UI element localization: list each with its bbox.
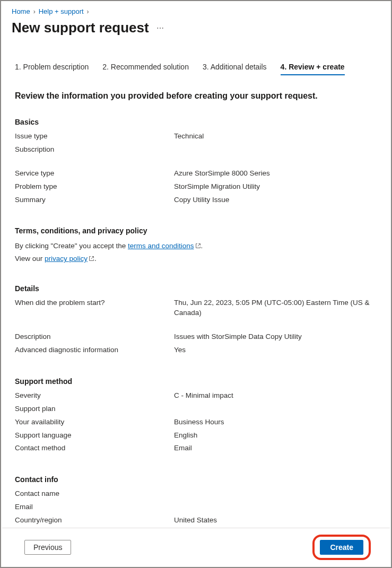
external-link-icon — [89, 254, 94, 266]
row-contact-name: Contact name — [15, 489, 377, 499]
tab-additional-details[interactable]: 3. Additional details — [203, 63, 267, 75]
row-when: When did the problem start? Thu, Jun 22,… — [15, 298, 377, 318]
more-icon[interactable]: ⋯ — [156, 24, 164, 32]
label-severity: Severity — [15, 391, 174, 401]
section-support-method-title: Support method — [15, 377, 377, 386]
create-highlight: Create — [312, 535, 371, 560]
row-contact-method: Contact method Email — [15, 443, 377, 453]
row-contact-email: Email — [15, 502, 377, 512]
value-summary: Copy Utility Issue — [174, 195, 229, 205]
label-problem-type: Problem type — [15, 182, 174, 192]
row-support-language: Support language English — [15, 431, 377, 441]
row-support-plan: Support plan — [15, 404, 377, 414]
row-issue-type: Issue type Technical — [15, 132, 377, 142]
page-header: New support request ⋯ — [1, 20, 391, 47]
section-details-title: Details — [15, 284, 377, 293]
breadcrumb: Home › Help + support › — [1, 1, 391, 20]
privacy-policy-link[interactable]: privacy policy — [45, 255, 88, 263]
label-availability: Your availability — [15, 417, 174, 427]
label-service-type: Service type — [15, 169, 174, 179]
value-availability: Business Hours — [174, 417, 224, 427]
section-terms-title: Terms, conditions, and privacy policy — [15, 226, 377, 235]
value-when: Thu, Jun 22, 2023, 5:05 PM (UTC-05:00) E… — [174, 298, 377, 318]
value-diag: Yes — [174, 345, 186, 355]
row-summary: Summary Copy Utility Issue — [15, 195, 377, 205]
label-support-plan: Support plan — [15, 404, 174, 414]
review-heading: Review the information you provided befo… — [15, 91, 377, 101]
label-contact-method: Contact method — [15, 443, 174, 453]
row-diag: Advanced diagnostic information Yes — [15, 345, 377, 355]
row-severity: Severity C - Minimal impact — [15, 391, 377, 401]
label-when: When did the problem start? — [15, 298, 174, 318]
label-issue-type: Issue type — [15, 132, 174, 142]
value-problem-type: StorSimple Migration Utility — [174, 182, 260, 192]
row-availability: Your availability Business Hours — [15, 417, 377, 427]
value-description: Issues with StorSimple Data Copy Utility — [174, 332, 302, 342]
terms-prefix-2: View our — [15, 255, 45, 263]
row-service-type: Service type Azure StorSimple 8000 Serie… — [15, 169, 377, 179]
label-diag: Advanced diagnostic information — [15, 345, 174, 355]
label-subscription: Subscription — [15, 145, 174, 155]
tab-review-create[interactable]: 4. Review + create — [281, 63, 345, 75]
value-contact-method: Email — [174, 443, 192, 453]
chevron-right-icon: › — [87, 8, 89, 15]
label-country: Country/region — [15, 515, 174, 526]
chevron-right-icon: › — [33, 8, 36, 15]
row-problem-type: Problem type StorSimple Migration Utilit… — [15, 182, 377, 192]
breadcrumb-help-support[interactable]: Help + support — [39, 7, 84, 15]
value-country: United States — [174, 515, 217, 526]
external-link-icon — [195, 241, 201, 253]
row-country: Country/region United States — [15, 515, 377, 526]
section-contact-info-title: Contact info — [15, 475, 377, 484]
label-contact-name: Contact name — [15, 489, 174, 499]
label-description: Description — [15, 332, 174, 342]
page-title: New support request — [12, 20, 149, 36]
wizard-tabs: 1. Problem description 2. Recommended so… — [15, 63, 377, 75]
label-support-language: Support language — [15, 431, 174, 441]
terms-prefix-1: By clicking "Create" you accept the — [15, 242, 128, 250]
tab-recommended-solution[interactable]: 2. Recommended solution — [102, 63, 189, 75]
row-subscription: Subscription — [15, 145, 377, 155]
section-basics-title: Basics — [15, 118, 377, 126]
value-service-type: Azure StorSimple 8000 Series — [174, 169, 270, 179]
value-severity: C - Minimal impact — [174, 391, 233, 401]
terms-line-2: View our privacy policy. — [15, 253, 377, 266]
row-description: Description Issues with StorSimple Data … — [15, 332, 377, 342]
value-support-language: English — [174, 431, 197, 441]
create-button[interactable]: Create — [320, 540, 363, 555]
previous-button[interactable]: Previous — [24, 540, 71, 555]
wizard-footer: Previous Create — [2, 528, 390, 566]
terms-line-1: By clicking "Create" you accept the term… — [15, 240, 377, 253]
breadcrumb-home[interactable]: Home — [12, 7, 30, 15]
terms-and-conditions-link[interactable]: terms and conditions — [128, 242, 194, 250]
label-summary: Summary — [15, 195, 174, 205]
label-contact-email: Email — [15, 502, 174, 512]
tab-problem-description[interactable]: 1. Problem description — [15, 63, 89, 75]
value-issue-type: Technical — [174, 132, 204, 142]
